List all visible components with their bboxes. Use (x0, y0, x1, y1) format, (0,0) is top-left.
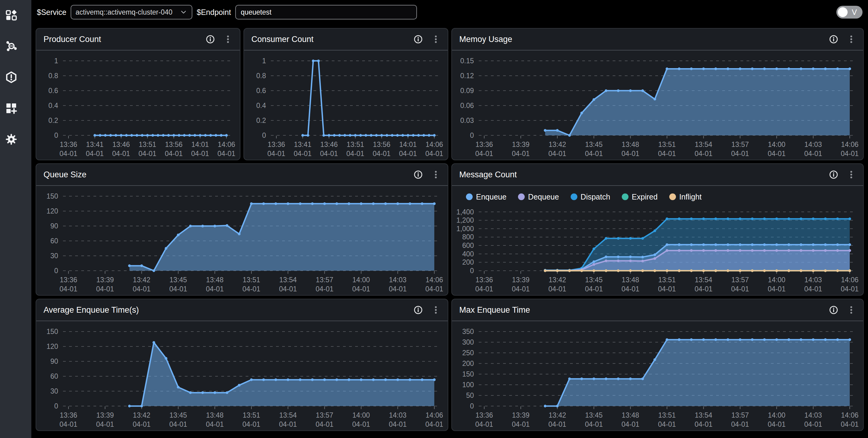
panel-info-button[interactable] (206, 35, 215, 44)
svg-text:13:51: 13:51 (658, 411, 676, 419)
svg-text:13:45: 13:45 (585, 140, 603, 148)
chart-message-count[interactable]: 02004006008001,0001,2001,40013:3604-0113… (452, 203, 863, 295)
svg-text:04-01: 04-01 (279, 285, 297, 293)
toggle-switch[interactable]: V (836, 6, 863, 19)
svg-text:04-01: 04-01 (426, 150, 443, 158)
panel-menu-button[interactable] (431, 35, 440, 44)
panel-info-button[interactable] (829, 305, 838, 314)
endpoint-input[interactable] (235, 5, 417, 20)
panel-info-button[interactable] (829, 170, 838, 179)
chart-memory-usage[interactable]: 00.030.060.090.120.1513:3604-0113:3904-0… (452, 50, 863, 160)
svg-text:04-01: 04-01 (621, 150, 640, 158)
sidebar-item-topology[interactable] (5, 40, 17, 52)
main-area: $Service activemq::activemq-cluster-040 … (31, 0, 868, 438)
svg-text:120: 120 (46, 342, 58, 350)
sidebar-item-alerts[interactable] (5, 71, 17, 83)
svg-text:14:00: 14:00 (768, 276, 785, 284)
svg-text:04-01: 04-01 (512, 150, 530, 158)
sidebar-item-settings[interactable] (5, 133, 17, 145)
legend-label: Expired (632, 193, 658, 201)
svg-text:04-01: 04-01 (191, 150, 209, 158)
legend-item-dequeue[interactable]: Dequeue (518, 193, 559, 201)
svg-text:04-01: 04-01 (475, 285, 493, 293)
panel-info-button[interactable] (413, 35, 423, 44)
panel-info-button[interactable] (829, 35, 838, 44)
chart-queue-size[interactable]: 030609012015013:3604-0113:3904-0113:4204… (36, 186, 448, 295)
chart-max-enqueue-time[interactable]: 05010015020025030035013:3604-0113:3904-0… (452, 321, 863, 430)
panel-menu-button[interactable] (431, 305, 440, 314)
svg-text:04-01: 04-01 (731, 150, 749, 158)
svg-text:04-01: 04-01 (243, 420, 260, 428)
svg-text:04-01: 04-01 (475, 420, 493, 428)
chart-consumer-count[interactable]: 00.20.40.60.8113:3604-0113:4104-0113:460… (244, 50, 448, 160)
svg-text:90: 90 (50, 222, 58, 230)
svg-text:04-01: 04-01 (389, 420, 407, 428)
panel-producer-count: Producer Count00.20.40.60.8113:3604-0113… (36, 28, 241, 160)
panel-title-message-count: Message Count (459, 170, 829, 179)
panel-menu-button[interactable] (847, 305, 856, 314)
panel-actions (413, 170, 440, 179)
panel-memory-usage: Memoy Usage00.030.060.090.120.1513:3604-… (451, 28, 864, 160)
panel-info-button[interactable] (413, 305, 423, 314)
kebab-icon (431, 35, 440, 44)
panel-menu-button[interactable] (847, 35, 856, 44)
svg-text:04-01: 04-01 (549, 150, 566, 158)
svg-text:13:42: 13:42 (549, 411, 566, 419)
svg-text:0.8: 0.8 (256, 72, 266, 80)
panel-header: Consumer Count (244, 29, 448, 50)
svg-text:13:42: 13:42 (549, 276, 566, 284)
svg-text:30: 30 (50, 252, 58, 260)
svg-text:04-01: 04-01 (96, 420, 114, 428)
legend-item-expired[interactable]: Expired (622, 193, 658, 201)
svg-text:13:56: 13:56 (165, 140, 183, 148)
dashboard-icon (5, 9, 17, 21)
svg-text:13:39: 13:39 (512, 411, 530, 419)
panel-menu-button[interactable] (431, 170, 440, 179)
svg-text:04-01: 04-01 (841, 150, 859, 158)
svg-text:13:57: 13:57 (316, 411, 334, 419)
svg-text:0: 0 (262, 131, 266, 139)
svg-text:800: 800 (462, 233, 474, 241)
svg-text:13:54: 13:54 (695, 411, 712, 419)
x-axis: 13:3604-0113:3904-0113:4204-0113:4504-01… (60, 406, 443, 428)
kebab-icon (223, 35, 232, 44)
svg-text:13:57: 13:57 (316, 276, 334, 284)
svg-text:14:06: 14:06 (426, 411, 443, 419)
svg-text:0.03: 0.03 (460, 116, 474, 125)
panel-info-button[interactable] (413, 170, 423, 179)
legend-item-dispatch[interactable]: Dispatch (571, 193, 610, 201)
chevron-down-icon (180, 8, 187, 16)
svg-text:14:00: 14:00 (352, 411, 370, 419)
svg-text:04-01: 04-01 (373, 150, 391, 158)
panel-menu-button[interactable] (847, 170, 856, 179)
svg-text:1,000: 1,000 (456, 225, 474, 233)
sidebar (0, 0, 31, 438)
chart-average-enqueue-time[interactable]: 030609012015013:3604-0113:3904-0113:4204… (36, 321, 448, 430)
svg-text:13:39: 13:39 (512, 140, 530, 148)
svg-text:04-01: 04-01 (60, 150, 78, 158)
legend-item-enqueue[interactable]: Enqueue (466, 193, 506, 201)
panel-menu-button[interactable] (223, 35, 232, 44)
svg-text:13:51: 13:51 (243, 276, 260, 284)
svg-text:04-01: 04-01 (138, 150, 156, 158)
sidebar-item-dashboard[interactable] (5, 9, 17, 21)
svg-text:1: 1 (262, 57, 266, 65)
legend-item-inflight[interactable]: Inflight (669, 193, 702, 201)
svg-text:04-01: 04-01 (426, 420, 443, 428)
svg-text:14:00: 14:00 (768, 411, 785, 419)
svg-text:04-01: 04-01 (475, 150, 493, 158)
svg-text:13:54: 13:54 (279, 276, 297, 284)
panel-title-max-enqueue-time: Max Enqueue Time (459, 305, 829, 315)
svg-text:13:42: 13:42 (549, 140, 566, 148)
svg-text:0: 0 (54, 267, 58, 275)
service-select[interactable]: activemq::activemq-cluster-040 (71, 5, 192, 20)
chart-producer-count[interactable]: 00.20.40.60.8113:3604-0113:4104-0113:460… (36, 50, 240, 160)
svg-text:0.4: 0.4 (49, 102, 58, 109)
legend-dot (571, 194, 577, 200)
svg-text:13:39: 13:39 (96, 276, 114, 284)
sidebar-item-add-panel[interactable] (5, 102, 17, 114)
svg-text:04-01: 04-01 (346, 150, 364, 158)
panel-actions (413, 305, 440, 314)
endpoint-label: $Endpoint (196, 8, 231, 17)
svg-text:14:06: 14:06 (218, 140, 235, 148)
